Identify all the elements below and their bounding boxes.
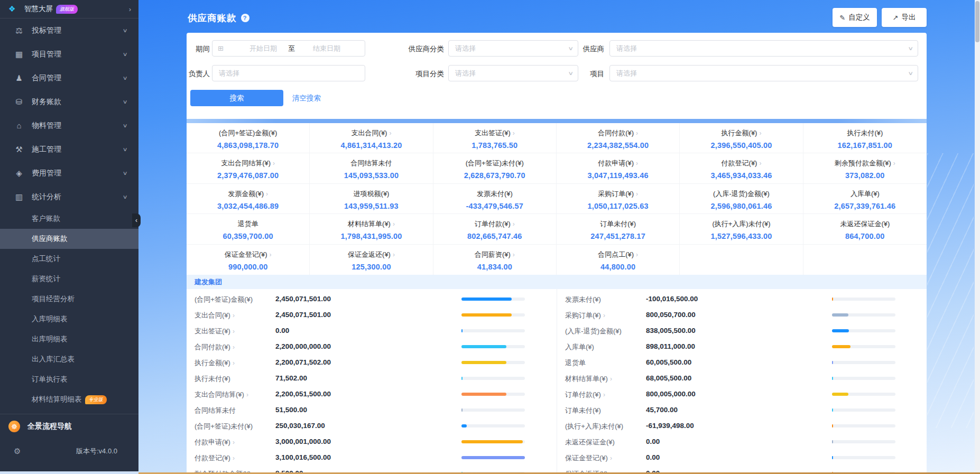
progress-bar-fill <box>461 424 467 427</box>
customize-button[interactable]: ✎ 自定义 <box>833 8 877 27</box>
stat-cell[interactable]: 发票金额(¥)›3,032,454,486.89 <box>187 184 310 214</box>
company-name-link[interactable]: 建发集团 <box>195 277 222 287</box>
stat-cell[interactable]: 合同付款(¥)›2,234,382,554.00 <box>557 123 680 153</box>
company-metric-row[interactable]: 付款申请(¥)›3,000,001,000.00 <box>187 434 557 450</box>
chevron-right-icon[interactable]: › <box>233 343 235 351</box>
company-metric-row[interactable]: 材料结算单(¥)›68,005,500.00 <box>557 370 927 386</box>
sidebar-item-0[interactable]: ⚖投标管理∨ <box>0 18 138 42</box>
stat-cell[interactable]: 剩余预付款金额(¥)›373,082.00 <box>803 153 927 183</box>
gear-icon[interactable]: ⚙ <box>14 447 21 456</box>
sidebar-item-panorama-nav[interactable]: ☸ 全景流程导航 <box>0 414 138 439</box>
project-select[interactable]: 请选择 ∨ <box>609 65 918 81</box>
sidebar-item-4[interactable]: ⌂物料管理∨ <box>0 114 138 137</box>
scrollbar-thumb[interactable] <box>975 1 979 42</box>
sidebar-subitem-1[interactable]: 供应商账款 <box>0 229 138 249</box>
chevron-right-icon[interactable]: › <box>636 160 638 167</box>
sidebar-subitem-5[interactable]: 入库明细表 <box>0 309 138 329</box>
stat-cell[interactable]: 付款登记(¥)›3,465,934,033.46 <box>680 153 803 183</box>
search-button[interactable]: 搜索 <box>190 90 283 106</box>
company-metric-row[interactable]: 保证金登记(¥)›0.00 <box>557 450 927 466</box>
chevron-right-icon[interactable]: › <box>513 129 515 137</box>
export-button[interactable]: ↗ 导出 <box>882 8 927 27</box>
manager-input[interactable]: 请选择 <box>212 65 365 81</box>
company-header-row[interactable]: 建发集团 <box>187 275 927 289</box>
chevron-right-icon[interactable]: › <box>389 129 391 137</box>
company-metric-row[interactable]: 订单付款(¥)›800,005,000.00 <box>557 386 927 402</box>
chevron-right-icon[interactable]: › <box>233 439 235 446</box>
sidebar-subitem-4[interactable]: 项目经营分析 <box>0 289 138 309</box>
chevron-right-icon[interactable]: › <box>513 251 515 258</box>
metric-value: 2,450,071,501.00 <box>275 311 331 319</box>
chevron-right-icon[interactable]: › <box>246 391 248 398</box>
stat-cell[interactable]: 材料结算单(¥)›1,798,431,995.00 <box>310 214 433 244</box>
help-icon[interactable]: ? <box>241 14 249 22</box>
company-metric-row[interactable]: 支出签证(¥)›0.00 <box>187 323 557 339</box>
chevron-right-icon[interactable]: › <box>759 129 761 137</box>
stat-cell[interactable]: 支出合同(¥)›4,861,314,413.20 <box>310 123 433 153</box>
company-metric-row[interactable]: 支出合同结算(¥)›2,200,051,500.00 <box>187 386 557 402</box>
stat-cell: 订单未付(¥)247,451,278.17 <box>557 214 680 244</box>
stat-cell[interactable]: 合同点工(¥)›44,800.00 <box>557 245 680 275</box>
chevron-right-icon[interactable]: › <box>233 312 235 319</box>
chevron-right-icon[interactable]: › <box>393 251 395 258</box>
company-metric-row[interactable]: 付款登记(¥)›3,100,016,500.00 <box>187 450 557 466</box>
supplier-select[interactable]: 请选择 ∨ <box>609 40 918 57</box>
stat-cell[interactable]: 付款申请(¥)›3,047,119,493.46 <box>557 153 680 183</box>
sidebar-item-6[interactable]: ◈费用管理∨ <box>0 161 138 185</box>
stats-jar-icon: ▥ <box>14 192 24 202</box>
sidebar-item-7[interactable]: ▥统计分析∨ <box>0 185 138 209</box>
company-metric-row[interactable]: 执行金额(¥)›2,200,071,502.00 <box>187 355 557 370</box>
sidebar-item-3[interactable]: ⛁财务账款∨ <box>0 90 138 114</box>
date-range-input[interactable]: ⊞ 开始日期 至 结束日期 <box>212 40 365 57</box>
stat-cell[interactable]: 保证金返还(¥)›125,300.00 <box>310 245 433 275</box>
chevron-right-icon[interactable]: › <box>270 251 272 258</box>
stat-cell[interactable]: 支出合同结算(¥)›2,379,476,087.00 <box>187 153 310 183</box>
chevron-right-icon[interactable]: › <box>636 251 638 258</box>
sidebar-brand[interactable]: ❖ 智慧大屏 旗舰版 › <box>0 0 138 18</box>
chevron-right-icon[interactable]: › <box>610 375 612 383</box>
stat-cell[interactable]: 保证金登记(¥)›990,000.00 <box>187 245 310 275</box>
metric-value: 898,011,000.00 <box>646 342 695 350</box>
stat-cell[interactable]: 订单付款(¥)›802,665,747.46 <box>433 214 557 244</box>
metric-value: 0.00 <box>275 327 289 334</box>
chevron-right-icon[interactable]: › <box>893 160 895 167</box>
sidebar-subitem-3[interactable]: 薪资统计 <box>0 269 138 289</box>
metric-label: (入库-退货)金额(¥) <box>565 327 622 336</box>
stat-cell[interactable]: 支出签证(¥)›1,783,765.50 <box>433 123 557 153</box>
chevron-right-icon[interactable]: › <box>233 328 235 335</box>
chevron-right-icon[interactable]: › <box>266 190 268 198</box>
stat-cell[interactable]: 采购订单(¥)›1,050,117,025.63 <box>557 184 680 214</box>
sidebar-item-1[interactable]: ▦项目管理∨ <box>0 42 138 66</box>
chevron-right-icon[interactable]: › <box>610 454 612 462</box>
sidebar-subitem-0[interactable]: 客户账款 <box>0 209 138 229</box>
chevron-right-icon[interactable]: › <box>233 359 235 367</box>
sidebar-item-2[interactable]: ♟合同管理∨ <box>0 66 138 90</box>
vertical-scrollbar[interactable] <box>975 0 980 471</box>
sidebar-subitem-9[interactable]: 材料结算明细表专业版 <box>0 389 138 410</box>
stat-cell[interactable]: 执行金额(¥)›2,396,550,405.00 <box>680 123 803 153</box>
sidebar-collapse-handle[interactable]: ‹ <box>132 213 141 227</box>
sidebar-subitem-6[interactable]: 出库明细表 <box>0 329 138 349</box>
sidebar-subitem-2[interactable]: 点工统计 <box>0 249 138 269</box>
sidebar-subitem-8[interactable]: 订单执行表 <box>0 369 138 389</box>
sidebar-item-5[interactable]: ⚒施工管理∨ <box>0 137 138 161</box>
chevron-right-icon[interactable]: › <box>273 160 275 167</box>
stat-cell[interactable]: 合同薪资(¥)›41,834.00 <box>433 245 557 275</box>
company-metric-row[interactable]: 采购订单(¥)›800,050,700.00 <box>557 307 927 323</box>
chevron-right-icon[interactable]: › <box>636 129 638 137</box>
stat-label: 退货单 <box>238 219 258 229</box>
chevron-right-icon[interactable]: › <box>636 190 638 198</box>
sidebar-subitem-label: 项目经营分析 <box>32 294 75 304</box>
brand-label: 智慧大屏 <box>24 4 53 14</box>
clear-search-link[interactable]: 清空搜索 <box>292 94 321 103</box>
chevron-right-icon[interactable]: › <box>233 454 235 462</box>
company-metric-row[interactable]: 合同付款(¥)›2,200,000,000.00 <box>187 339 557 355</box>
sidebar-subitem-7[interactable]: 出入库汇总表 <box>0 349 138 369</box>
chevron-right-icon[interactable]: › <box>513 220 515 228</box>
chevron-right-icon[interactable]: › <box>603 312 605 319</box>
metric-value: 800,005,000.00 <box>646 390 696 398</box>
company-metric-row[interactable]: 支出合同(¥)›2,450,071,501.00 <box>187 307 557 323</box>
chevron-right-icon[interactable]: › <box>393 220 395 228</box>
chevron-right-icon[interactable]: › <box>759 160 761 167</box>
chevron-right-icon[interactable]: › <box>603 391 605 398</box>
